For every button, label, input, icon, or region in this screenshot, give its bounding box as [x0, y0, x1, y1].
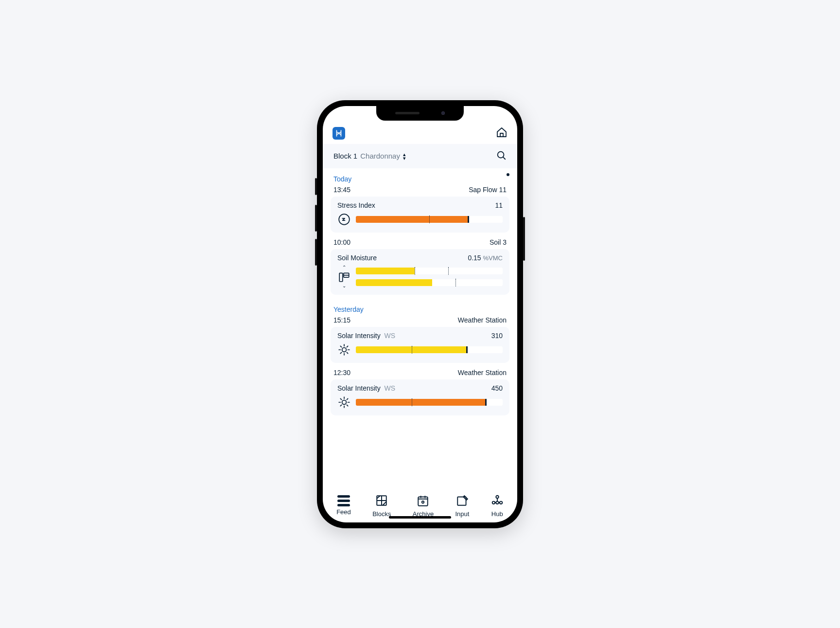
entry-time-row: 15:15 Weather Station — [331, 315, 509, 327]
card-head: Stress Index 11 — [337, 201, 503, 209]
card-head: Solar Intensity WS 310 — [337, 332, 503, 340]
metric-value: 450 — [491, 384, 503, 392]
metric-value: 11 — [495, 201, 503, 209]
bar-track — [356, 268, 503, 274]
metric-unit: %VMC — [483, 254, 503, 262]
svg-point-35 — [500, 501, 502, 503]
metric-card-solar[interactable]: Solar Intensity WS 450 — [331, 379, 509, 415]
svg-line-12 — [347, 352, 348, 353]
feed-scroll[interactable]: Today 13:45 Sap Flow 11 Stress Index 11 — [323, 168, 517, 489]
metric-card-stress[interactable]: Stress Index 11 — [331, 197, 509, 233]
metric-name: Stress Index — [337, 201, 375, 209]
home-icon[interactable] — [496, 126, 508, 140]
sun-icon — [337, 343, 351, 356]
phone-power-btn — [523, 217, 525, 261]
svg-point-6 — [342, 347, 347, 352]
svg-rect-3 — [339, 273, 343, 281]
screen: Block 1 Chardonnay ▴▾ Today 13:45 Sap Fl… — [323, 106, 517, 522]
tab-hub[interactable]: Hub — [491, 494, 504, 518]
svg-line-1 — [503, 157, 506, 159]
metric-sub: WS — [385, 384, 396, 392]
bar-track — [356, 346, 503, 353]
entry-time: 15:15 — [333, 316, 350, 324]
bar-track — [356, 279, 503, 286]
phone-frame: Block 1 Chardonnay ▴▾ Today 13:45 Sap Fl… — [317, 100, 523, 528]
tab-label: Hub — [491, 510, 503, 518]
home-indicator[interactable] — [389, 516, 451, 519]
phone-mute-switch — [315, 178, 317, 195]
svg-point-33 — [496, 495, 498, 498]
svg-line-23 — [347, 398, 348, 399]
entry-source: Weather Station — [458, 316, 507, 324]
chevron-up-icon[interactable]: ⌃ — [342, 266, 346, 269]
bar-track — [356, 399, 503, 406]
input-icon — [456, 494, 469, 508]
svg-line-21 — [347, 405, 348, 406]
tab-label: Input — [455, 510, 470, 518]
tab-feed[interactable]: Feed — [336, 494, 351, 518]
svg-line-20 — [340, 398, 341, 399]
phone-notch — [376, 106, 464, 121]
metric-card-soil[interactable]: Soil Moisture 0.15 %VMC ⌃ ⌄ — [331, 249, 509, 295]
entry-time: 13:45 — [333, 186, 350, 194]
scroll-indicator-dot — [507, 173, 509, 176]
svg-line-14 — [347, 346, 348, 347]
phone-vol-up — [315, 205, 317, 232]
svg-point-15 — [342, 400, 347, 404]
tab-label: Blocks — [372, 510, 391, 518]
bar-track — [356, 216, 503, 223]
entry-time: 12:30 — [333, 369, 350, 377]
archive-icon — [417, 494, 429, 508]
zz-icon — [337, 213, 351, 226]
hub-icon — [491, 494, 504, 508]
metric-name: Solar Intensity — [337, 384, 381, 392]
metric-card-solar[interactable]: Solar Intensity WS 310 — [331, 327, 509, 363]
tab-blocks[interactable]: Blocks — [372, 494, 391, 518]
app-logo[interactable] — [332, 127, 345, 140]
tab-label: Feed — [336, 508, 351, 516]
feed-icon — [337, 494, 350, 506]
tab-input[interactable]: Input — [455, 494, 470, 518]
entry-source: Sap Flow 11 — [469, 186, 507, 194]
metric-value: 0.15 — [468, 254, 481, 262]
sun-icon — [337, 396, 351, 409]
block-selector[interactable]: Block 1 Chardonnay ▴▾ — [333, 152, 406, 160]
block-name: Block 1 — [333, 152, 357, 160]
entry-source: Soil 3 — [490, 238, 507, 246]
tab-archive[interactable]: Archive — [413, 494, 434, 518]
day-label: Yesterday — [331, 305, 509, 313]
entry-time-row: 12:30 Weather Station — [331, 368, 509, 379]
selector-caret-icon: ▴▾ — [403, 152, 406, 160]
blocks-icon — [375, 494, 388, 508]
phone-camera — [441, 111, 445, 115]
phone-vol-down — [315, 239, 317, 266]
svg-point-34 — [492, 501, 494, 503]
entry-time-row: 13:45 Sap Flow 11 — [331, 185, 509, 197]
block-variety: Chardonnay — [360, 152, 400, 160]
day-label: Today — [331, 175, 509, 183]
svg-line-13 — [340, 352, 341, 353]
entry-time: 10:00 — [333, 238, 350, 246]
chevron-down-icon[interactable]: ⌄ — [342, 284, 346, 288]
metric-name: Soil Moisture — [337, 254, 377, 262]
svg-line-22 — [340, 405, 341, 406]
phone-speaker — [395, 112, 420, 114]
card-head: Soil Moisture 0.15 %VMC — [337, 254, 503, 262]
soil-depth-icon: ⌃ ⌄ — [337, 266, 351, 288]
search-icon[interactable] — [496, 150, 507, 162]
entry-time-row: 10:00 Soil 3 — [331, 237, 509, 249]
block-selector-row: Block 1 Chardonnay ▴▾ — [323, 144, 517, 168]
card-head: Solar Intensity WS 450 — [337, 384, 503, 392]
metric-sub: WS — [385, 332, 396, 340]
svg-point-31 — [422, 501, 424, 503]
svg-point-36 — [496, 501, 498, 503]
entry-source: Weather Station — [458, 369, 507, 377]
metric-value: 310 — [491, 332, 503, 340]
svg-line-11 — [340, 346, 341, 347]
metric-name: Solar Intensity — [337, 332, 381, 340]
